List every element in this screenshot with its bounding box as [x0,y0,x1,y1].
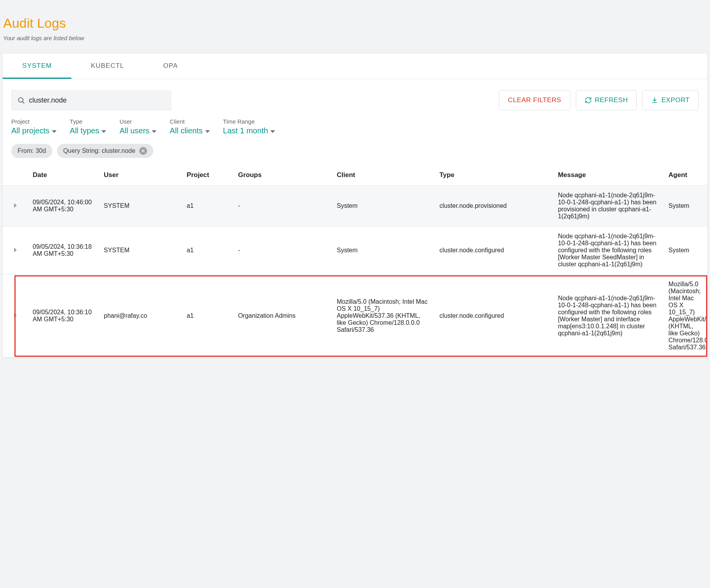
chevron-down-icon [205,130,210,133]
cell-date: 09/05/2024, 10:46:00 AM GMT+5:30 [28,186,99,227]
cell-agent: System [664,186,707,227]
chip-from-label: From: 30d [18,147,46,154]
cell-groups: - [233,227,332,275]
table-row[interactable]: 09/05/2024, 10:36:18 AM GMT+5:30SYSTEMa1… [3,227,707,275]
chip-query-string-label: Query String: cluster.node [63,147,135,154]
cell-project: a1 [182,275,234,358]
svg-line-1 [23,102,24,103]
filter-user-value: All users [119,126,149,135]
cell-message: Node qcphani-a1-1(node-2q61j9m-10-0-1-24… [553,227,664,275]
col-message[interactable]: Message [553,165,664,186]
filter-project-value: All projects [11,126,50,135]
refresh-icon [585,97,592,104]
cell-user: SYSTEM [99,227,182,275]
cell-agent: Mozilla/5.0 (Macintosh; Intel Mac OS X 1… [664,275,707,358]
expand-row-toggle[interactable] [3,227,28,275]
refresh-label: REFRESH [595,96,628,104]
cell-agent: System [664,227,707,275]
cell-type: cluster.node.configured [435,275,553,358]
search-icon [17,96,25,104]
cell-message: Node qcphani-a1-1(node-2q61j9m-10-0-1-24… [553,275,664,358]
col-date[interactable]: Date [28,165,99,186]
filter-client-value: All clients [170,126,202,135]
chevron-down-icon [270,130,275,133]
cell-client: Mozilla/5.0 (Macintosh; Intel Mac OS X 1… [332,275,435,358]
search-box[interactable] [11,90,171,110]
cell-user: SYSTEM [99,186,182,227]
active-filter-chips: From: 30d Query String: cluster.node ✕ [3,141,707,165]
table-header-row: Date User Project Groups Client Type Mes… [3,165,707,186]
cell-date: 09/05/2024, 10:36:10 AM GMT+5:30 [28,275,99,358]
cell-groups: Organization Admins [233,275,332,358]
chevron-right-icon [14,313,17,318]
close-icon[interactable]: ✕ [139,147,147,155]
cell-project: a1 [182,186,234,227]
chevron-right-icon [14,248,17,252]
cell-message: Node qcphani-a1-1(node-2q61j9m-10-0-1-24… [553,186,664,227]
tab-system[interactable]: SYSTEM [3,53,71,79]
chevron-down-icon [52,130,57,133]
filter-type-label: Type [70,118,106,125]
cell-client: System [332,227,435,275]
filter-client[interactable]: All clients [170,126,209,135]
cell-project: a1 [182,227,234,275]
table-wrap: Date User Project Groups Client Type Mes… [3,165,707,358]
tab-kubectl[interactable]: KUBECTL [71,53,144,79]
expand-row-toggle[interactable] [3,275,28,358]
export-label: EXPORT [661,96,690,104]
chevron-right-icon [14,203,17,208]
col-agent[interactable]: Agent [664,165,707,186]
filter-client-label: Client [170,118,209,125]
cell-user: phani@rafay.co [99,275,182,358]
clear-filters-label: CLEAR FILTERS [508,96,561,104]
clear-filters-button[interactable]: CLEAR FILTERS [499,90,570,110]
chip-from[interactable]: From: 30d [11,144,52,158]
table-row[interactable]: 09/05/2024, 10:46:00 AM GMT+5:30SYSTEMa1… [3,186,707,227]
tabs: SYSTEM KUBECTL OPA [3,53,707,79]
filter-time-range[interactable]: Last 1 month [223,126,275,135]
filter-user-label: User [119,118,156,125]
tab-opa[interactable]: OPA [144,53,197,79]
filter-type-value: All types [70,126,99,135]
search-input[interactable] [29,96,165,104]
cell-date: 09/05/2024, 10:36:18 AM GMT+5:30 [28,227,99,275]
col-type[interactable]: Type [435,165,553,186]
page-title: Audit Logs [3,16,708,31]
col-groups[interactable]: Groups [233,165,332,186]
cell-type: cluster.node.provisioned [435,186,553,227]
chevron-down-icon [101,130,106,133]
filter-time-value: Last 1 month [223,126,268,135]
filter-type[interactable]: All types [70,126,106,135]
filter-time-label: Time Range [223,118,275,125]
cell-groups: - [233,186,332,227]
filter-project[interactable]: All projects [11,126,57,135]
filter-project-label: Project [11,118,57,125]
cell-client: System [332,186,435,227]
table-row[interactable]: 09/05/2024, 10:36:10 AM GMT+5:30phani@ra… [3,275,707,358]
export-button[interactable]: EXPORT [642,90,699,110]
cell-type: cluster.node.configured [435,227,553,275]
col-project[interactable]: Project [182,165,234,186]
filter-user[interactable]: All users [119,126,156,135]
audit-table: Date User Project Groups Client Type Mes… [3,165,707,358]
audit-logs-card: SYSTEM KUBECTL OPA CLEAR FILTERS [2,53,708,358]
chip-query-string[interactable]: Query String: cluster.node ✕ [57,144,153,158]
chevron-down-icon [152,130,156,133]
col-client[interactable]: Client [332,165,435,186]
col-user[interactable]: User [99,165,182,186]
expand-row-toggle[interactable] [3,186,28,227]
toolbar: CLEAR FILTERS REFRESH EXPORT [3,79,707,116]
page-subtitle: Your audit logs are listed below [3,35,708,41]
refresh-button[interactable]: REFRESH [576,90,637,110]
filters-row: Project All projects Type All types User… [3,116,707,141]
download-icon [651,97,658,104]
